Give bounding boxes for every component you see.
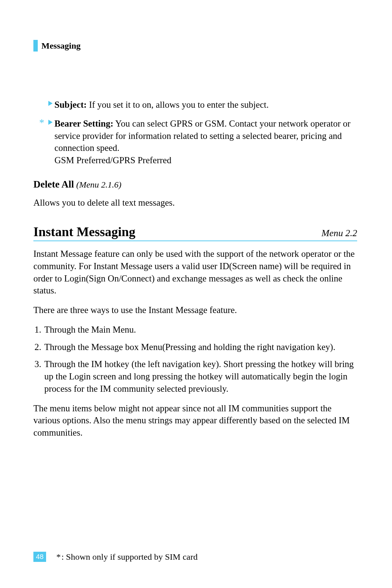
subheading-title: Delete All — [33, 179, 74, 190]
feature-item-bearer: * Bearer Setting: You can select GPRS or… — [33, 118, 357, 166]
feature-label: Subject: — [54, 100, 87, 110]
asterisk-gutter — [33, 99, 46, 111]
header-accent-bar — [33, 40, 38, 52]
asterisk-gutter: * — [33, 118, 46, 166]
delete-all-desc: Allows you to delete all text messages. — [33, 197, 357, 209]
list-item: Through the IM hotkey (the left navigati… — [44, 358, 357, 395]
heading-menu-ref: Menu 2.2 — [322, 228, 357, 239]
feature-item-subject: Subject: If you set it to on, allows you… — [33, 99, 357, 111]
heading-instant-messaging: Instant Messaging Menu 2.2 — [33, 225, 357, 242]
manual-page: Messaging Subject: If you set it to on, … — [0, 0, 392, 588]
list-item: Through the Message box Menu(Pressing an… — [44, 341, 357, 353]
feature-item-text: Subject: If you set it to on, allows you… — [54, 99, 357, 111]
svg-marker-1 — [48, 120, 53, 125]
page-number: 48 — [33, 552, 46, 562]
triangle-bullet-icon — [46, 118, 54, 166]
footnote-text: : Shown only if supported by SIM card — [61, 552, 197, 562]
page-footer: 48 *: Shown only if supported by SIM car… — [33, 552, 197, 562]
heading-underline — [33, 240, 357, 241]
footnote-symbol: * — [56, 552, 61, 562]
list-item: Through the Main Menu. — [44, 324, 357, 336]
subheading-delete-all: Delete All (Menu 2.1.6) — [33, 179, 357, 190]
triangle-bullet-icon — [46, 99, 54, 111]
heading-title: Instant Messaging — [33, 225, 135, 239]
feature-desc: If you set it to on, allows you to enter… — [87, 100, 269, 110]
feature-item-text: Bearer Setting: You can select GPRS or G… — [54, 118, 357, 166]
section-header: Messaging — [33, 40, 357, 52]
subheading-menu-ref: (Menu 2.1.6) — [76, 180, 122, 189]
sim-asterisk-icon: * — [39, 119, 44, 166]
feature-desc-line2: GSM Preferred/GPRS Preferred — [54, 155, 171, 165]
im-paragraph-1: Instant Message feature can only be used… — [33, 248, 357, 297]
im-paragraph-3: The menu items below might not appear si… — [33, 402, 357, 439]
im-usage-list: Through the Main Menu. Through the Messa… — [33, 324, 357, 395]
section-title: Messaging — [41, 41, 81, 51]
svg-marker-0 — [48, 101, 53, 106]
im-paragraph-2: There are three ways to use the Instant … — [33, 304, 357, 316]
sim-footnote: *: Shown only if supported by SIM card — [56, 552, 197, 562]
feature-label: Bearer Setting: — [54, 119, 113, 128]
